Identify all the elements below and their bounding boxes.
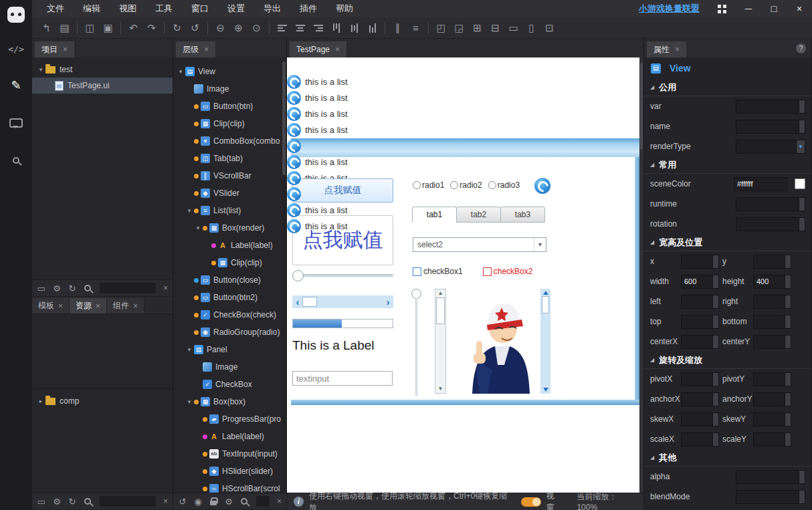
hslider[interactable] [292, 269, 393, 281]
help-icon[interactable] [796, 43, 806, 53]
input-anchorY[interactable] [754, 395, 785, 403]
redo-icon[interactable]: ↷ [142, 20, 161, 36]
menu-file[interactable]: 文件 [37, 0, 74, 17]
vscrollbar[interactable]: ▲ ▼ [435, 289, 446, 394]
scroll-left-icon[interactable]: ‹ [294, 296, 302, 307]
stepper[interactable] [785, 413, 791, 426]
expander-icon[interactable]: ▾ [193, 225, 203, 231]
distribute-v-icon[interactable]: ≡ [407, 20, 425, 36]
menu-settings[interactable]: 设置 [218, 0, 254, 17]
tab-tab2[interactable]: tab2 [456, 207, 501, 223]
input-blendMode[interactable] [736, 493, 799, 501]
stepper[interactable] [785, 295, 791, 308]
section-header-2[interactable]: ◢宽高及位置 [644, 234, 811, 251]
expander-icon[interactable]: ▾ [185, 346, 194, 353]
stepper[interactable] [712, 295, 718, 308]
radio-circle-icon[interactable] [450, 181, 458, 189]
frame-icon[interactable]: ▭ [37, 283, 46, 293]
close-tab-icon[interactable] [58, 301, 63, 311]
menu-tools[interactable]: 工具 [146, 0, 182, 17]
refresh-icon[interactable]: ↻ [68, 496, 77, 507]
assign-button[interactable]: 点我赋值 [292, 178, 393, 203]
big-label[interactable]: 点我赋值 [292, 215, 393, 265]
tab-tab1[interactable]: tab1 [412, 207, 457, 223]
align-center-h-icon[interactable] [291, 20, 309, 36]
stepper[interactable] [799, 198, 805, 211]
hierarchy-item-textinput-input-[interactable]: abTextInput(input) [173, 445, 286, 463]
panel-search-field[interactable] [256, 496, 270, 507]
zoom-out-icon[interactable]: ⊖ [211, 20, 229, 36]
subtab-assets[interactable]: 资源 [70, 298, 107, 313]
close-tab-icon[interactable] [63, 45, 68, 54]
align-top-icon[interactable] [327, 20, 345, 36]
panel-search-field[interactable] [100, 283, 156, 293]
hierarchy-item-combobox-combo[interactable]: ▾ComboBox(combo [173, 132, 286, 150]
close-button[interactable]: × [787, 0, 812, 17]
maximize-button[interactable]: □ [761, 0, 787, 17]
input-sceneColor[interactable] [734, 180, 787, 188]
refresh-icon[interactable]: ↻ [68, 283, 77, 293]
hierarchy-item-button-btn2-[interactable]: ▭Button(btn2) [173, 289, 286, 306]
stepper[interactable] [712, 373, 718, 386]
stepper[interactable] [799, 491, 805, 503]
input-height[interactable] [754, 277, 785, 285]
scroll-thumb[interactable] [302, 297, 317, 307]
stepper[interactable] [785, 275, 791, 288]
frame-icon[interactable]: ▭ [37, 496, 46, 507]
input-renderType[interactable] [736, 142, 796, 150]
ungroup-icon[interactable]: ⊟ [486, 20, 504, 36]
hierarchy-item-vslider[interactable]: ◆VSlider [173, 184, 286, 202]
input-top[interactable] [682, 317, 712, 326]
stepper[interactable] [785, 373, 791, 386]
input-skewY[interactable] [754, 415, 785, 423]
section-header-3[interactable]: ◢旋转及缩放 [644, 352, 811, 369]
hierarchy-scrollbar[interactable] [282, 59, 286, 491]
hierarchy-item-checkbox[interactable]: ✓CheckBox [173, 376, 286, 393]
same-height-icon[interactable]: ▯ [522, 20, 540, 36]
menu-view[interactable]: 视图 [110, 0, 146, 17]
list-item[interactable]: this is a list [287, 74, 639, 90]
fairygui-logo-icon[interactable] [0, 0, 32, 29]
expander-icon[interactable]: ▸ [36, 398, 45, 404]
scroll-thumb[interactable] [542, 296, 549, 313]
hierarchy-item-clip-clip-[interactable]: ▦Clip(clip) [173, 115, 286, 132]
align-right-icon[interactable] [309, 20, 327, 36]
import-icon[interactable]: ↰ [37, 20, 56, 36]
hierarchy-item-image[interactable]: Image [173, 358, 286, 376]
list-item[interactable]: this is a list [287, 122, 639, 138]
zoom-reset-icon[interactable]: ⊙ [247, 20, 266, 36]
checkbox-icon[interactable] [413, 267, 421, 276]
gear-icon[interactable]: ⚙ [224, 496, 233, 507]
input-anchorX[interactable] [682, 395, 712, 403]
chat-icon[interactable] [0, 104, 32, 142]
input-x[interactable] [682, 257, 712, 265]
input-scaleY[interactable] [754, 435, 785, 443]
combobox[interactable]: select2 ▾ [413, 237, 546, 252]
hierarchy-item-button-btn-[interactable]: ▭Button(btn) [173, 98, 286, 115]
stepper[interactable] [799, 100, 805, 113]
menu-window[interactable]: 窗口 [182, 0, 218, 17]
lock-icon[interactable] [209, 496, 218, 507]
close-tab-icon[interactable] [133, 301, 138, 311]
stepper[interactable] [712, 413, 718, 426]
bring-front-icon[interactable]: ◰ [432, 20, 450, 36]
hierarchy-tab[interactable]: 层级 [176, 41, 215, 57]
close-panel-icon[interactable] [163, 283, 168, 293]
list-item[interactable]: this is a list [287, 90, 639, 106]
input-skewX[interactable] [682, 415, 712, 423]
input-right[interactable] [754, 297, 785, 305]
subtab-components[interactable]: 组件 [107, 298, 144, 313]
expander-icon[interactable]: ▾ [185, 398, 194, 405]
hierarchy-item-tab-tab-[interactable]: ◫Tab(tab) [173, 150, 286, 167]
list-item[interactable]: this is a list [287, 106, 639, 122]
tree-item-test[interactable]: ▾test [32, 61, 173, 78]
stepper[interactable] [785, 393, 791, 406]
expander-icon[interactable]: ▾ [185, 207, 194, 214]
group-icon[interactable]: ⊞ [468, 20, 486, 36]
stepper[interactable] [785, 315, 791, 328]
scrollbar-thumb[interactable] [640, 63, 643, 150]
search-icon[interactable] [83, 496, 92, 507]
radio-circle-icon[interactable] [413, 181, 421, 189]
input-pivotY[interactable] [754, 375, 785, 383]
slider-knob[interactable] [411, 289, 421, 299]
